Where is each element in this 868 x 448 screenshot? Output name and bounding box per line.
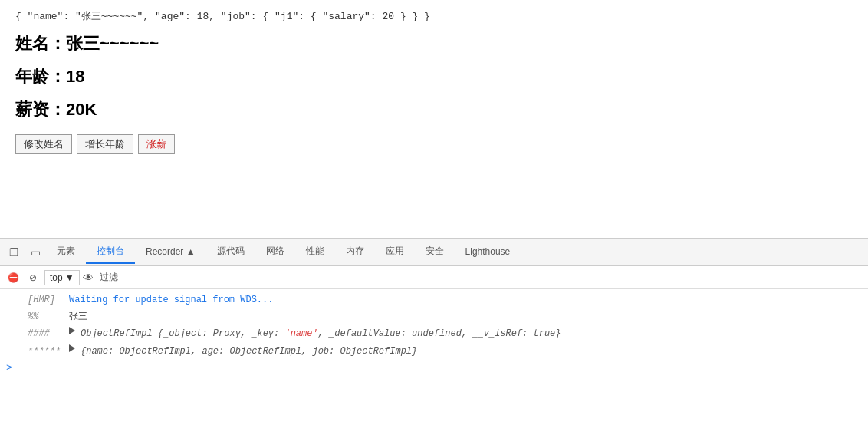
rename-button[interactable]: 修改姓名 (15, 134, 72, 154)
hash-content: ObjectRefImpl {_object: Proxy, _key: 'na… (81, 327, 561, 341)
tab-lighthouse[interactable]: Lighthouse (455, 242, 521, 263)
tab-console[interactable]: 控制台 (86, 240, 135, 264)
devtools-panel: ❐ ▭ 元素 控制台 Recorder ▲ 源代码 网络 性能 内存 应用 安全… (0, 238, 868, 448)
hash-prefix: #### (28, 327, 66, 341)
console-line-hmr: [HMR] Waiting for update signal from WDS… (0, 292, 868, 309)
age-button[interactable]: 增长年龄 (77, 134, 133, 154)
hmr-prefix: [HMR] (28, 293, 66, 308)
context-label: top (50, 272, 63, 283)
triangle-icon-2[interactable] (69, 344, 75, 352)
age-value: 18 (66, 67, 84, 86)
console-line-percent: %% 张三 (0, 309, 868, 326)
name-value: 张三~~~~~~ (66, 34, 159, 53)
prompt-arrow-icon: > (6, 362, 12, 374)
raise-button[interactable]: 涨薪 (138, 134, 175, 154)
tab-memory[interactable]: 内存 (335, 240, 375, 264)
salary-value: 20K (66, 100, 97, 119)
button-group: 修改姓名 增长年龄 涨薪 (15, 134, 853, 154)
no-entry-icon[interactable]: ⊘ (25, 269, 41, 286)
star-content: {name: ObjectRefImpl, age: ObjectRefImpl… (81, 344, 417, 359)
name-label: 姓名： (15, 34, 66, 53)
hmr-content: Waiting for update signal from WDS... (69, 293, 273, 308)
context-dropdown[interactable]: top ▼ (44, 270, 80, 285)
tab-elements[interactable]: 元素 (46, 240, 86, 264)
percent-prefix: %% (28, 310, 66, 324)
age-label: 年龄： (15, 67, 66, 86)
tab-network[interactable]: 网络 (255, 240, 295, 264)
triangle-icon[interactable] (69, 327, 75, 334)
eye-icon[interactable]: 👁 (83, 272, 94, 284)
salary-label: 薪资： (15, 100, 66, 119)
json-display: { "name": "张三~~~~~~", "age": 18, "job": … (15, 9, 853, 23)
star-prefix: ****** (28, 344, 66, 359)
name-row: 姓名：张三~~~~~~ (15, 31, 853, 56)
tab-performance[interactable]: 性能 (295, 240, 335, 264)
console-output: [HMR] Waiting for update signal from WDS… (0, 289, 868, 448)
devtools-device-icon[interactable]: ▭ (25, 242, 46, 263)
console-line-star: ****** {name: ObjectRefImpl, age: Object… (0, 344, 868, 361)
console-toolbar: ⛔ ⊘ top ▼ 👁 过滤 (0, 266, 868, 289)
tab-security[interactable]: 安全 (415, 240, 455, 264)
age-row: 年龄：18 (15, 64, 853, 89)
tab-sources[interactable]: 源代码 (206, 240, 255, 264)
devtools-inspect-icon[interactable]: ❐ (3, 242, 25, 263)
salary-row: 薪资：20K (15, 97, 853, 122)
tab-application[interactable]: 应用 (375, 240, 415, 264)
dropdown-arrow-icon: ▼ (65, 272, 74, 283)
console-line-hash: #### ObjectRefImpl {_object: Proxy, _key… (0, 326, 868, 343)
percent-content: 张三 (69, 310, 87, 324)
clear-console-icon[interactable]: ⛔ (5, 269, 21, 286)
console-prompt: > (0, 361, 868, 375)
devtools-tabs-bar: ❐ ▭ 元素 控制台 Recorder ▲ 源代码 网络 性能 内存 应用 安全… (0, 239, 868, 266)
main-content: { "name": "张三~~~~~~", "age": 18, "job": … (0, 0, 868, 238)
tab-recorder[interactable]: Recorder ▲ (135, 242, 206, 263)
filter-label: 过滤 (100, 271, 118, 284)
